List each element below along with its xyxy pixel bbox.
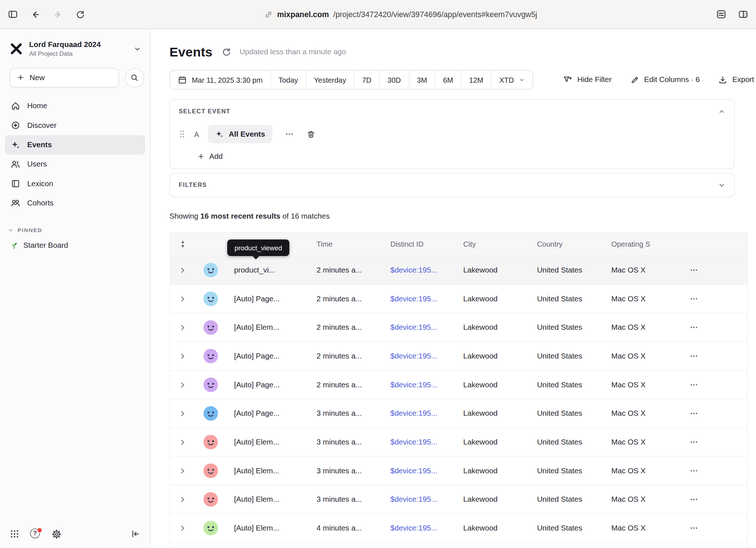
table-row[interactable] <box>170 543 747 548</box>
distinct-id-link[interactable]: $device:195... <box>390 266 437 274</box>
chevron-up-icon[interactable] <box>718 107 725 115</box>
table-row[interactable]: [Auto] Elem... 3 minutes a... $device:19… <box>170 485 747 514</box>
sidebar-item-home[interactable]: Home <box>5 96 145 115</box>
distinct-id-link[interactable]: $device:195... <box>390 352 437 360</box>
table-row[interactable]: [Auto] Elem... 2 minutes a... $device:19… <box>170 313 747 342</box>
sidebar-item-users[interactable]: Users <box>5 154 145 173</box>
export-button[interactable]: Export <box>718 75 754 84</box>
apps-grid-icon[interactable] <box>10 529 20 539</box>
row-overflow-icon[interactable] <box>689 438 698 446</box>
hide-filter-button[interactable]: Hide Filter <box>563 75 611 85</box>
table-row[interactable]: [Auto] Page... 3 minutes a... $device:19… <box>170 399 747 428</box>
row-overflow-icon[interactable] <box>689 266 698 274</box>
range-30d[interactable]: 30D <box>379 70 409 89</box>
table-row[interactable]: [Auto] Page... 2 minutes a... $device:19… <box>170 371 747 399</box>
expand-row-icon[interactable] <box>179 438 186 446</box>
expand-row-icon[interactable] <box>179 266 186 274</box>
date-label: Mar 11, 2025 3:30 pm <box>192 75 263 84</box>
column-header-os[interactable]: Operating S <box>603 240 681 248</box>
sidebar-item-starter-board[interactable]: Starter Board <box>0 241 150 250</box>
range-3m[interactable]: 3M <box>409 70 435 89</box>
sidebar-item-label: Events <box>27 140 52 149</box>
expand-row-icon[interactable] <box>179 295 186 302</box>
refresh-icon[interactable] <box>221 47 231 57</box>
column-header-time[interactable]: Time <box>309 240 383 248</box>
distinct-id-link[interactable]: $device:195... <box>390 495 437 504</box>
pinned-section-toggle[interactable]: PINNED <box>0 227 150 233</box>
drag-handle-icon[interactable] <box>179 130 186 138</box>
range-xtd[interactable]: XTD <box>491 70 533 89</box>
table-row[interactable]: [Auto] Elem... 3 minutes a... $device:19… <box>170 428 747 457</box>
os-cell: Mac OS X <box>603 524 681 532</box>
table-row[interactable]: [Auto] Page... 2 minutes a... $device:19… <box>170 285 747 313</box>
distinct-id-link[interactable]: $device:195... <box>390 380 437 389</box>
row-overflow-icon[interactable] <box>689 380 698 389</box>
column-header-city[interactable]: City <box>456 240 529 248</box>
url-bar[interactable]: mixpanel.com/project/3472420/view/397469… <box>85 10 716 19</box>
sidebar-item-lexicon[interactable]: Lexicon <box>5 174 145 193</box>
distinct-id-link[interactable]: $device:195... <box>390 466 437 475</box>
chevron-down-icon[interactable] <box>718 181 725 189</box>
sparkle-icon <box>215 130 224 138</box>
sidebar-item-cohorts[interactable]: Cohorts <box>5 193 145 212</box>
search-button[interactable] <box>125 68 144 87</box>
event-selector[interactable]: All Events <box>208 125 272 144</box>
edit-columns-button[interactable]: Edit Columns · 6 <box>630 75 700 84</box>
table-row[interactable]: [Auto] Page... 2 minutes a... $device:19… <box>170 342 747 371</box>
toggle-sidebar-icon[interactable] <box>8 9 18 19</box>
expand-row-icon[interactable] <box>179 410 186 417</box>
row-overflow-icon[interactable] <box>689 323 698 332</box>
event-avatar <box>204 291 218 306</box>
expand-row-icon[interactable] <box>179 381 186 388</box>
sidebar-item-label: Cohorts <box>27 199 54 207</box>
table-row[interactable]: [Auto] Elem... 4 minutes a... $device:19… <box>170 514 747 543</box>
reload-icon[interactable] <box>75 9 85 19</box>
expand-row-icon[interactable] <box>179 352 186 360</box>
forward-icon[interactable] <box>53 9 63 19</box>
column-header-country[interactable]: Country <box>529 240 603 248</box>
os-cell: Mac OS X <box>603 466 681 475</box>
project-switcher[interactable]: Lord Farquaad 2024 All Project Data <box>0 29 150 64</box>
event-avatar <box>204 435 218 449</box>
distinct-id-link[interactable]: $device:195... <box>390 409 437 418</box>
range-today[interactable]: Today <box>270 70 306 89</box>
page-settings-icon[interactable] <box>716 9 727 19</box>
split-view-icon[interactable] <box>738 9 748 19</box>
distinct-id-link[interactable]: $device:195... <box>390 524 437 532</box>
trash-icon[interactable] <box>306 129 315 138</box>
distinct-id-link[interactable]: $device:195... <box>390 323 437 332</box>
expand-row-icon[interactable] <box>179 524 186 532</box>
expand-row-icon[interactable] <box>179 324 186 331</box>
distinct-id-link[interactable]: $device:195... <box>390 294 437 303</box>
sidebar-item-events[interactable]: Events <box>5 135 145 154</box>
add-event-button[interactable]: Add <box>197 151 725 162</box>
event-name-cell: [Auto] Elem... <box>226 524 309 532</box>
range-7d[interactable]: 7D <box>354 70 379 89</box>
row-overflow-icon[interactable] <box>689 466 698 475</box>
back-icon[interactable] <box>31 9 40 19</box>
row-overflow-icon[interactable] <box>689 495 698 504</box>
expand-row-icon[interactable] <box>179 467 186 474</box>
range-yesterday[interactable]: Yesterday <box>306 70 354 89</box>
row-overflow-icon[interactable] <box>689 352 698 360</box>
column-header-distinct-id[interactable]: Distinct ID <box>383 240 456 248</box>
row-overflow-icon[interactable] <box>689 409 698 418</box>
row-overflow-icon[interactable] <box>689 524 698 532</box>
collapse-rows-icon[interactable] <box>178 240 187 248</box>
distinct-id-link[interactable]: $device:195... <box>390 438 437 446</box>
expand-row-icon[interactable] <box>179 496 186 503</box>
row-overflow-icon[interactable] <box>689 294 698 303</box>
new-button[interactable]: New <box>10 68 119 87</box>
help-button[interactable]: ? <box>30 529 41 539</box>
date-picker-button[interactable]: Mar 11, 2025 3:30 pm <box>170 70 271 89</box>
table-row[interactable]: [Auto] Elem... 3 minutes a... $device:19… <box>170 457 747 485</box>
time-cell: 3 minutes a... <box>309 495 383 504</box>
country-cell: United States <box>529 266 603 274</box>
results-summary: Showing 16 most recent results of 16 mat… <box>169 212 756 220</box>
range-6m[interactable]: 6M <box>435 70 461 89</box>
range-12m[interactable]: 12M <box>461 70 491 89</box>
collapse-sidebar-icon[interactable] <box>131 529 141 539</box>
gear-icon[interactable] <box>51 529 62 539</box>
event-options-icon[interactable] <box>285 130 294 138</box>
sidebar-item-discover[interactable]: Discover <box>5 116 145 135</box>
